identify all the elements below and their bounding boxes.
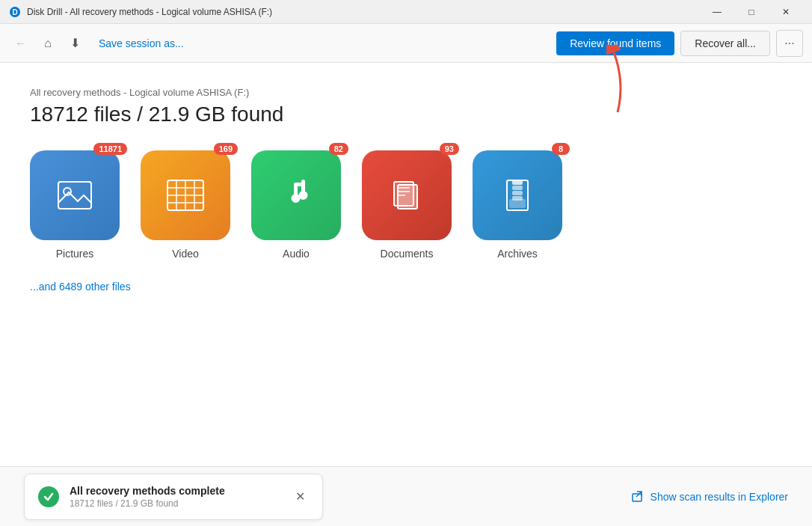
pictures-card[interactable]: 11871 Pictures: [30, 150, 120, 260]
bottom-bar: All recovery methods complete 18712 file…: [0, 466, 812, 526]
archives-card[interactable]: 8 Archives: [473, 150, 562, 260]
archives-badge: 8: [552, 143, 570, 155]
category-cards: 11871 Pictures 169: [30, 150, 782, 260]
svg-rect-24: [513, 186, 522, 189]
minimize-button[interactable]: —: [700, 0, 734, 24]
svg-text:D: D: [12, 8, 17, 16]
video-badge: 169: [214, 143, 238, 155]
notification-subtitle: 18712 files / 21.9 GB found: [70, 498, 280, 509]
svg-point-15: [292, 195, 300, 202]
notification-close-button[interactable]: ✕: [291, 488, 309, 506]
recover-all-button[interactable]: Recover all...: [680, 31, 770, 56]
video-icon-bg: 169: [141, 150, 230, 240]
window-controls: — □ ✕: [700, 0, 803, 24]
notification-text: All recovery methods complete 18712 file…: [70, 485, 280, 509]
show-scan-results-button[interactable]: Show scan results in Explorer: [631, 490, 788, 504]
nav-buttons: ← ⌂ ⬇: [9, 31, 87, 55]
download-button[interactable]: ⬇: [63, 31, 87, 55]
audio-icon-bg: 82: [251, 150, 341, 240]
more-options-button[interactable]: ···: [776, 30, 803, 57]
video-icon: [163, 173, 208, 218]
video-label: Video: [172, 248, 199, 260]
scan-headline: 18712 files / 21.9 GB found: [30, 103, 782, 126]
window-title: Disk Drill - All recovery methods - Logi…: [27, 7, 272, 17]
archives-icon-bg: 8: [473, 150, 562, 240]
documents-badge: 93: [440, 143, 459, 155]
audio-icon: [274, 173, 319, 218]
close-button[interactable]: ✕: [769, 0, 803, 24]
audio-card[interactable]: 82 Audio: [251, 150, 341, 260]
documents-label: Documents: [381, 248, 434, 260]
audio-label: Audio: [283, 248, 310, 260]
checkmark-icon: [43, 491, 55, 503]
svg-rect-28: [633, 494, 642, 501]
svg-rect-27: [510, 200, 525, 207]
notification-card: All recovery methods complete 18712 file…: [24, 474, 323, 520]
show-results-label: Show scan results in Explorer: [650, 491, 788, 503]
toolbar: ← ⌂ ⬇ Save session as... Review found it…: [0, 24, 812, 63]
pictures-icon: [52, 173, 97, 218]
title-bar: D Disk Drill - All recovery methods - Lo…: [0, 0, 812, 24]
svg-rect-14: [295, 183, 304, 186]
pictures-icon-bg: 11871: [30, 150, 120, 240]
maximize-button[interactable]: □: [734, 0, 769, 24]
app-icon: D: [9, 6, 21, 18]
svg-rect-25: [513, 192, 522, 195]
archives-icon: [495, 173, 540, 218]
svg-rect-23: [513, 180, 522, 184]
svg-rect-18: [394, 182, 413, 206]
main-content: All recovery methods - Logical volume AS…: [0, 63, 812, 316]
other-files-label[interactable]: ...and 6489 other files: [30, 281, 782, 293]
back-button[interactable]: ←: [9, 31, 33, 55]
documents-card[interactable]: 93 Documents: [362, 150, 452, 260]
documents-icon-bg: 93: [362, 150, 452, 240]
svg-rect-3: [58, 182, 91, 209]
audio-badge: 82: [329, 143, 348, 155]
documents-icon: [384, 173, 429, 218]
pictures-badge: 11871: [93, 143, 127, 155]
external-link-icon: [631, 490, 645, 504]
save-session-label: Save session as...: [99, 37, 184, 49]
scan-subtitle: All recovery methods - Logical volume AS…: [30, 87, 782, 98]
success-icon: [38, 486, 59, 507]
video-card[interactable]: 169 Video: [141, 150, 230, 260]
pictures-label: Pictures: [56, 248, 94, 260]
save-session-button[interactable]: Save session as...: [93, 34, 190, 52]
archives-label: Archives: [497, 248, 538, 260]
review-found-items-button[interactable]: Review found items: [556, 31, 674, 55]
notification-title: All recovery methods complete: [70, 485, 280, 497]
svg-point-16: [300, 192, 307, 199]
home-button[interactable]: ⌂: [36, 31, 60, 55]
title-bar-left: D Disk Drill - All recovery methods - Lo…: [9, 6, 272, 18]
